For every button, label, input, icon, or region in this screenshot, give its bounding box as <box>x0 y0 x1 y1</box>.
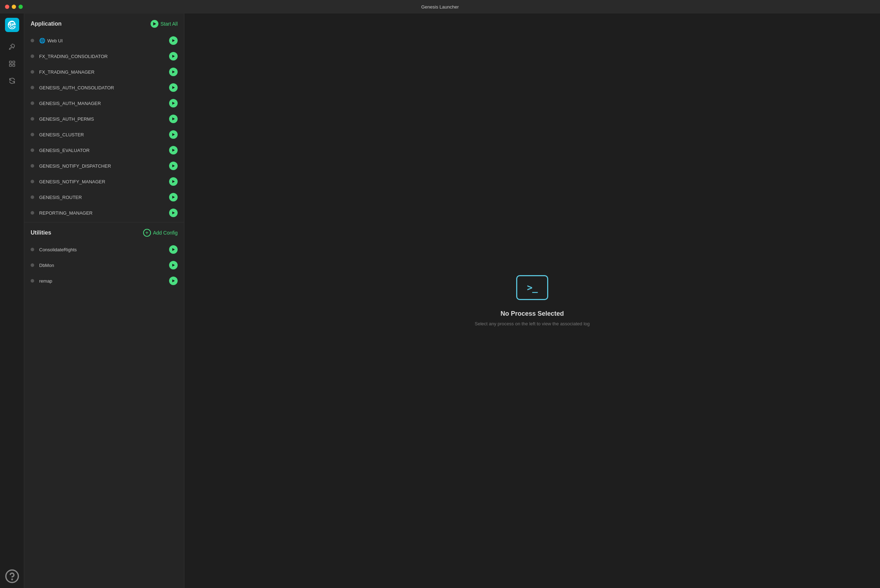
svg-marker-9 <box>172 39 175 42</box>
grid-icon <box>9 60 16 67</box>
process-item[interactable]: 🌐Web UI <box>24 33 184 48</box>
refresh-icon <box>9 77 16 84</box>
status-dot <box>31 148 34 152</box>
process-item[interactable]: GENESIS_ROUTER <box>24 189 184 205</box>
sidebar-nav <box>0 14 24 588</box>
process-play-button[interactable] <box>169 193 178 201</box>
process-name: REPORTING_MANAGER <box>39 210 169 216</box>
process-play-button[interactable] <box>169 115 178 123</box>
process-play-button[interactable] <box>169 99 178 108</box>
utility-play-button[interactable] <box>169 261 178 270</box>
process-play-button[interactable] <box>169 177 178 186</box>
play-icon <box>172 102 175 105</box>
svg-point-1 <box>10 47 11 48</box>
process-name: GENESIS_CLUSTER <box>39 132 169 137</box>
titlebar: Genesis Launcher <box>0 0 880 14</box>
utility-item[interactable]: DbMon <box>24 257 184 273</box>
add-config-label: Add Config <box>153 230 178 236</box>
svg-rect-2 <box>9 61 11 63</box>
play-icon <box>172 263 175 267</box>
play-icon <box>172 39 175 42</box>
process-item[interactable]: GENESIS_CLUSTER <box>24 127 184 142</box>
globe-icon: 🌐 <box>39 38 45 44</box>
process-item[interactable]: GENESIS_NOTIFY_MANAGER <box>24 174 184 189</box>
play-icon <box>172 117 175 121</box>
play-icon <box>172 70 175 74</box>
add-config-icon: + <box>143 229 151 237</box>
svg-marker-22 <box>172 264 175 267</box>
status-dot <box>31 70 34 74</box>
status-dot <box>31 39 34 42</box>
process-play-button[interactable] <box>169 208 178 217</box>
status-dot <box>31 180 34 183</box>
utility-item[interactable]: remap <box>24 273 184 289</box>
sidebar-item-grid[interactable] <box>4 56 19 71</box>
svg-marker-18 <box>172 180 175 183</box>
help-icon <box>4 569 19 584</box>
no-process-subtitle: Select any process on the left to view t… <box>475 321 589 326</box>
maximize-button[interactable] <box>18 4 23 9</box>
status-dot <box>31 117 34 121</box>
play-icon <box>172 195 175 199</box>
close-button[interactable] <box>5 4 9 9</box>
play-icon <box>172 148 175 152</box>
process-item[interactable]: GENESIS_AUTH_MANAGER <box>24 95 184 111</box>
sidebar-item-launch[interactable] <box>4 39 19 54</box>
process-item[interactable]: GENESIS_EVALUATOR <box>24 142 184 158</box>
process-play-button[interactable] <box>169 68 178 76</box>
status-dot <box>31 195 34 199</box>
utility-name: remap <box>39 278 169 284</box>
svg-rect-3 <box>12 61 15 63</box>
process-name: GENESIS_NOTIFY_DISPATCHER <box>39 164 169 169</box>
terminal-symbol: >_ <box>527 282 537 293</box>
rocket-icon <box>9 43 16 50</box>
process-item[interactable]: FX_TRADING_MANAGER <box>24 64 184 80</box>
svg-marker-12 <box>172 86 175 89</box>
detail-panel: >_ No Process Selected Select any proces… <box>184 14 880 588</box>
application-section-header: Application Start All <box>24 14 184 33</box>
process-play-button[interactable] <box>169 146 178 154</box>
process-panel: Application Start All 🌐Web UI FX_TRADING… <box>24 14 184 588</box>
process-item[interactable]: REPORTING_MANAGER <box>24 205 184 220</box>
window-title: Genesis Launcher <box>421 4 459 10</box>
add-config-button[interactable]: + Add Config <box>143 229 178 237</box>
help-button[interactable] <box>4 569 19 584</box>
nav-icons <box>4 39 19 569</box>
status-dot <box>31 54 34 58</box>
process-play-button[interactable] <box>169 52 178 60</box>
status-dot <box>31 86 34 89</box>
utility-item[interactable]: ConsolidateRights <box>24 242 184 257</box>
process-item[interactable]: GENESIS_NOTIFY_DISPATCHER <box>24 158 184 174</box>
sidebar-logo[interactable] <box>5 18 19 32</box>
status-dot <box>31 279 34 283</box>
status-dot <box>31 133 34 136</box>
process-item[interactable]: GENESIS_AUTH_CONSOLIDATOR <box>24 80 184 95</box>
process-item[interactable]: FX_TRADING_CONSOLIDATOR <box>24 48 184 64</box>
app-body: Application Start All 🌐Web UI FX_TRADING… <box>0 14 880 588</box>
utility-name: DbMon <box>39 262 169 268</box>
utility-play-button[interactable] <box>169 276 178 285</box>
genesis-logo-icon <box>7 20 17 30</box>
process-play-button[interactable] <box>169 130 178 139</box>
process-name: GENESIS_NOTIFY_MANAGER <box>39 179 169 184</box>
process-name: GENESIS_AUTH_CONSOLIDATOR <box>39 85 169 90</box>
start-all-button[interactable]: Start All <box>151 20 178 28</box>
minimize-button[interactable] <box>12 4 16 9</box>
sidebar-bottom <box>4 569 19 584</box>
play-icon <box>172 211 175 214</box>
process-item[interactable]: GENESIS_AUTH_PERMS <box>24 111 184 127</box>
svg-marker-19 <box>172 196 175 199</box>
process-play-button[interactable] <box>169 36 178 45</box>
status-dot <box>31 164 34 168</box>
sidebar-item-refresh[interactable] <box>4 74 19 88</box>
process-play-button[interactable] <box>169 83 178 92</box>
utility-play-button[interactable] <box>169 245 178 254</box>
application-processes-list: 🌐Web UI FX_TRADING_CONSOLIDATOR FX_TRADI… <box>24 33 184 220</box>
svg-rect-4 <box>9 64 11 66</box>
status-dot <box>31 248 34 251</box>
play-icon <box>172 180 175 183</box>
play-icon <box>172 279 175 283</box>
process-play-button[interactable] <box>169 162 178 170</box>
svg-marker-21 <box>172 248 175 251</box>
process-name: GENESIS_AUTH_PERMS <box>39 116 169 122</box>
